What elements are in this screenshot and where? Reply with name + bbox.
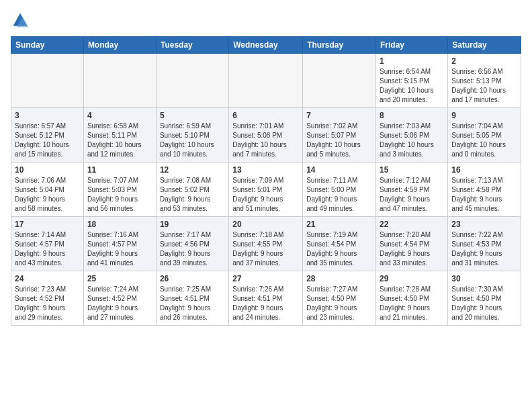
day-info: Sunrise: 7:22 AM Sunset: 4:53 PM Dayligh… <box>451 230 517 268</box>
day-number: 29 <box>380 274 444 283</box>
day-number: 6 <box>232 111 299 120</box>
calendar-cell: 22Sunrise: 7:20 AM Sunset: 4:54 PM Dayli… <box>376 217 448 271</box>
day-info: Sunrise: 7:14 AM Sunset: 4:57 PM Dayligh… <box>15 230 80 268</box>
calendar-cell: 15Sunrise: 7:12 AM Sunset: 4:59 PM Dayli… <box>376 163 448 217</box>
calendar-cell: 28Sunrise: 7:27 AM Sunset: 4:50 PM Dayli… <box>303 271 376 326</box>
calendar-cell: 26Sunrise: 7:25 AM Sunset: 4:51 PM Dayli… <box>156 271 228 326</box>
page: SundayMondayTuesdayWednesdayThursdayFrid… <box>0 0 532 332</box>
day-info: Sunrise: 7:04 AM Sunset: 5:05 PM Dayligh… <box>451 122 517 159</box>
calendar-week-2: 3Sunrise: 6:57 AM Sunset: 5:12 PM Daylig… <box>11 108 521 163</box>
day-info: Sunrise: 6:57 AM Sunset: 5:12 PM Dayligh… <box>15 122 80 159</box>
calendar-cell: 9Sunrise: 7:04 AM Sunset: 5:05 PM Daylig… <box>448 108 521 163</box>
calendar-week-5: 24Sunrise: 7:23 AM Sunset: 4:52 PM Dayli… <box>11 271 521 326</box>
day-info: Sunrise: 7:13 AM Sunset: 4:58 PM Dayligh… <box>451 176 517 214</box>
day-info: Sunrise: 7:16 AM Sunset: 4:57 PM Dayligh… <box>87 230 152 268</box>
day-info: Sunrise: 7:09 AM Sunset: 5:01 PM Dayligh… <box>232 176 299 214</box>
calendar-cell <box>83 54 156 108</box>
day-number: 9 <box>451 111 517 120</box>
day-number: 23 <box>451 220 517 229</box>
calendar-cell: 30Sunrise: 7:30 AM Sunset: 4:50 PM Dayli… <box>448 271 521 326</box>
day-info: Sunrise: 7:18 AM Sunset: 4:55 PM Dayligh… <box>232 230 299 268</box>
day-info: Sunrise: 7:19 AM Sunset: 4:54 PM Dayligh… <box>306 230 372 268</box>
logo <box>11 11 32 30</box>
day-number: 17 <box>15 220 80 229</box>
calendar-cell: 17Sunrise: 7:14 AM Sunset: 4:57 PM Dayli… <box>11 217 84 271</box>
day-number: 15 <box>380 165 444 175</box>
day-info: Sunrise: 6:56 AM Sunset: 5:13 PM Dayligh… <box>451 67 517 105</box>
day-number: 2 <box>451 56 517 66</box>
day-info: Sunrise: 7:02 AM Sunset: 5:07 PM Dayligh… <box>306 122 372 159</box>
day-info: Sunrise: 6:54 AM Sunset: 5:15 PM Dayligh… <box>380 67 444 105</box>
weekday-header-saturday: Saturday <box>448 37 521 54</box>
day-number: 16 <box>451 165 517 175</box>
day-number: 20 <box>232 220 299 229</box>
day-info: Sunrise: 7:28 AM Sunset: 4:50 PM Dayligh… <box>380 285 444 322</box>
day-info: Sunrise: 7:08 AM Sunset: 5:02 PM Dayligh… <box>160 176 225 214</box>
day-info: Sunrise: 6:58 AM Sunset: 5:11 PM Dayligh… <box>87 122 152 159</box>
calendar-cell: 29Sunrise: 7:28 AM Sunset: 4:50 PM Dayli… <box>376 271 448 326</box>
weekday-header-thursday: Thursday <box>303 37 376 54</box>
calendar-cell: 10Sunrise: 7:06 AM Sunset: 5:04 PM Dayli… <box>11 163 84 217</box>
day-info: Sunrise: 7:12 AM Sunset: 4:59 PM Dayligh… <box>380 176 444 214</box>
logo-icon <box>11 11 30 30</box>
day-info: Sunrise: 7:17 AM Sunset: 4:56 PM Dayligh… <box>160 230 225 268</box>
day-number: 21 <box>306 220 372 229</box>
calendar-cell <box>156 54 228 108</box>
day-info: Sunrise: 7:06 AM Sunset: 5:04 PM Dayligh… <box>15 176 80 214</box>
day-info: Sunrise: 7:11 AM Sunset: 5:00 PM Dayligh… <box>306 176 372 214</box>
calendar-cell: 14Sunrise: 7:11 AM Sunset: 5:00 PM Dayli… <box>303 163 376 217</box>
day-info: Sunrise: 7:25 AM Sunset: 4:51 PM Dayligh… <box>160 285 225 322</box>
day-info: Sunrise: 7:23 AM Sunset: 4:52 PM Dayligh… <box>15 285 80 322</box>
weekday-header-monday: Monday <box>83 37 156 54</box>
day-number: 13 <box>232 165 299 175</box>
day-number: 26 <box>160 274 225 283</box>
weekday-header-friday: Friday <box>376 37 448 54</box>
calendar-cell <box>303 54 376 108</box>
weekday-header-row: SundayMondayTuesdayWednesdayThursdayFrid… <box>11 37 521 54</box>
day-number: 7 <box>306 111 372 120</box>
day-info: Sunrise: 7:01 AM Sunset: 5:08 PM Dayligh… <box>232 122 299 159</box>
calendar-cell: 3Sunrise: 6:57 AM Sunset: 5:12 PM Daylig… <box>11 108 84 163</box>
day-info: Sunrise: 7:20 AM Sunset: 4:54 PM Dayligh… <box>380 230 444 268</box>
calendar-cell: 13Sunrise: 7:09 AM Sunset: 5:01 PM Dayli… <box>229 163 303 217</box>
calendar-cell: 25Sunrise: 7:24 AM Sunset: 4:52 PM Dayli… <box>83 271 156 326</box>
day-number: 24 <box>15 274 80 283</box>
calendar-cell: 6Sunrise: 7:01 AM Sunset: 5:08 PM Daylig… <box>229 108 303 163</box>
calendar-cell <box>229 54 303 108</box>
day-number: 10 <box>15 165 80 175</box>
calendar-cell: 7Sunrise: 7:02 AM Sunset: 5:07 PM Daylig… <box>303 108 376 163</box>
day-number: 4 <box>87 111 152 120</box>
calendar-cell: 1Sunrise: 6:54 AM Sunset: 5:15 PM Daylig… <box>376 54 448 108</box>
calendar-cell: 18Sunrise: 7:16 AM Sunset: 4:57 PM Dayli… <box>83 217 156 271</box>
day-info: Sunrise: 7:24 AM Sunset: 4:52 PM Dayligh… <box>87 285 152 322</box>
day-number: 3 <box>15 111 80 120</box>
day-number: 1 <box>380 56 444 66</box>
weekday-header-tuesday: Tuesday <box>156 37 228 54</box>
day-info: Sunrise: 6:59 AM Sunset: 5:10 PM Dayligh… <box>160 122 225 159</box>
day-info: Sunrise: 7:03 AM Sunset: 5:06 PM Dayligh… <box>380 122 444 159</box>
day-info: Sunrise: 7:30 AM Sunset: 4:50 PM Dayligh… <box>451 285 517 322</box>
calendar-week-4: 17Sunrise: 7:14 AM Sunset: 4:57 PM Dayli… <box>11 217 521 271</box>
calendar-table: SundayMondayTuesdayWednesdayThursdayFrid… <box>11 36 521 326</box>
header <box>11 11 521 30</box>
calendar-cell: 8Sunrise: 7:03 AM Sunset: 5:06 PM Daylig… <box>376 108 448 163</box>
weekday-header-sunday: Sunday <box>11 37 84 54</box>
calendar-cell: 19Sunrise: 7:17 AM Sunset: 4:56 PM Dayli… <box>156 217 228 271</box>
day-number: 11 <box>87 165 152 175</box>
calendar-cell: 27Sunrise: 7:26 AM Sunset: 4:51 PM Dayli… <box>229 271 303 326</box>
day-number: 27 <box>232 274 299 283</box>
weekday-header-wednesday: Wednesday <box>229 37 303 54</box>
day-info: Sunrise: 7:27 AM Sunset: 4:50 PM Dayligh… <box>306 285 372 322</box>
day-number: 28 <box>306 274 372 283</box>
day-number: 5 <box>160 111 225 120</box>
calendar-cell: 20Sunrise: 7:18 AM Sunset: 4:55 PM Dayli… <box>229 217 303 271</box>
calendar-cell: 4Sunrise: 6:58 AM Sunset: 5:11 PM Daylig… <box>83 108 156 163</box>
day-number: 12 <box>160 165 225 175</box>
day-number: 14 <box>306 165 372 175</box>
calendar-cell: 5Sunrise: 6:59 AM Sunset: 5:10 PM Daylig… <box>156 108 228 163</box>
calendar-cell: 2Sunrise: 6:56 AM Sunset: 5:13 PM Daylig… <box>448 54 521 108</box>
day-number: 19 <box>160 220 225 229</box>
day-info: Sunrise: 7:26 AM Sunset: 4:51 PM Dayligh… <box>232 285 299 322</box>
calendar-cell: 11Sunrise: 7:07 AM Sunset: 5:03 PM Dayli… <box>83 163 156 217</box>
day-info: Sunrise: 7:07 AM Sunset: 5:03 PM Dayligh… <box>87 176 152 214</box>
